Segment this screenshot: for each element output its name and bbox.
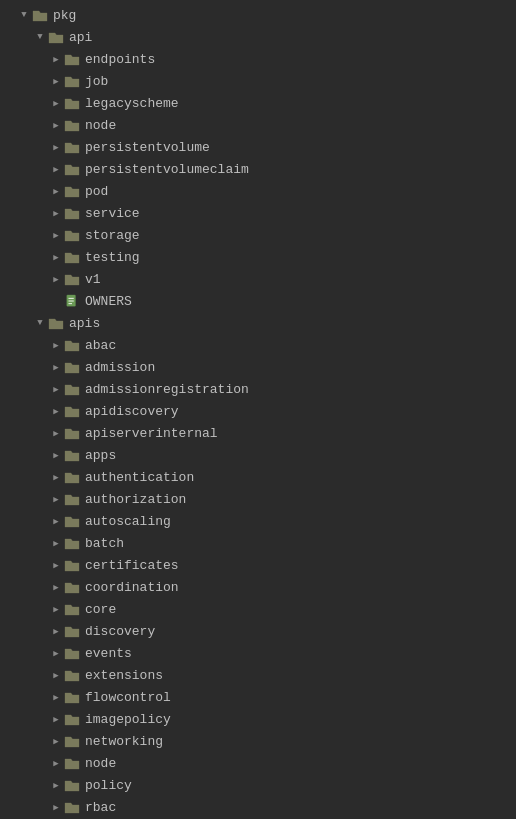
tree-item-job[interactable]: job xyxy=(0,70,516,92)
folder-icon-service xyxy=(64,206,80,220)
folder-icon-persistentvolume xyxy=(64,140,80,154)
label-policy: policy xyxy=(85,778,132,793)
tree-item-flowcontrol[interactable]: flowcontrol xyxy=(0,686,516,708)
arrow-admissionregistration xyxy=(48,384,64,395)
arrow-extensions xyxy=(48,670,64,681)
label-flowcontrol: flowcontrol xyxy=(85,690,171,705)
tree-item-persistentvolume[interactable]: persistentvolume xyxy=(0,136,516,158)
tree-item-node-apis[interactable]: node xyxy=(0,752,516,774)
tree-item-pkg[interactable]: pkg xyxy=(0,4,516,26)
folder-icon-autoscaling xyxy=(64,514,80,528)
folder-icon-pkg xyxy=(32,8,48,22)
arrow-pod xyxy=(48,186,64,197)
folder-icon-apiserverinternal xyxy=(64,426,80,440)
arrow-apiserverinternal xyxy=(48,428,64,439)
tree-item-apiserverinternal[interactable]: apiserverinternal xyxy=(0,422,516,444)
folder-icon-api xyxy=(48,30,64,44)
arrow-testing xyxy=(48,252,64,263)
tree-item-testing[interactable]: testing xyxy=(0,246,516,268)
tree-item-pod[interactable]: pod xyxy=(0,180,516,202)
arrow-events xyxy=(48,648,64,659)
tree-item-endpoints[interactable]: endpoints xyxy=(0,48,516,70)
label-apps: apps xyxy=(85,448,116,463)
label-endpoints: endpoints xyxy=(85,52,155,67)
folder-icon-node xyxy=(64,118,80,132)
label-discovery: discovery xyxy=(85,624,155,639)
tree-item-apps[interactable]: apps xyxy=(0,444,516,466)
tree-item-api[interactable]: api xyxy=(0,26,516,48)
label-rbac: rbac xyxy=(85,800,116,815)
arrow-apidiscovery xyxy=(48,406,64,417)
tree-item-apis[interactable]: apis xyxy=(0,312,516,334)
tree-item-owners-api[interactable]: OWNERS xyxy=(0,290,516,312)
tree-item-discovery[interactable]: discovery xyxy=(0,620,516,642)
label-authorization: authorization xyxy=(85,492,186,507)
arrow-discovery xyxy=(48,626,64,637)
folder-icon-node-apis xyxy=(64,756,80,770)
arrow-flowcontrol xyxy=(48,692,64,703)
tree-item-apidiscovery[interactable]: apidiscovery xyxy=(0,400,516,422)
tree-item-autoscaling[interactable]: autoscaling xyxy=(0,510,516,532)
folder-icon-certificates xyxy=(64,558,80,572)
folder-icon-batch xyxy=(64,536,80,550)
folder-icon-imagepolicy xyxy=(64,712,80,726)
file-icon-owners-api xyxy=(64,294,80,308)
label-apis: apis xyxy=(69,316,100,331)
label-abac: abac xyxy=(85,338,116,353)
folder-icon-storage-api xyxy=(64,228,80,242)
tree-item-batch[interactable]: batch xyxy=(0,532,516,554)
label-service: service xyxy=(85,206,140,221)
arrow-v1 xyxy=(48,274,64,285)
tree-item-admissionregistration[interactable]: admissionregistration xyxy=(0,378,516,400)
tree-item-rbac[interactable]: rbac xyxy=(0,796,516,818)
arrow-autoscaling xyxy=(48,516,64,527)
label-v1: v1 xyxy=(85,272,101,287)
folder-icon-authentication xyxy=(64,470,80,484)
folder-icon-admissionregistration xyxy=(64,382,80,396)
tree-item-storage-api[interactable]: storage xyxy=(0,224,516,246)
tree-item-admission[interactable]: admission xyxy=(0,356,516,378)
folder-icon-job xyxy=(64,74,80,88)
tree-item-imagepolicy[interactable]: imagepolicy xyxy=(0,708,516,730)
tree-item-persistentvolumeclaim[interactable]: persistentvolumeclaim xyxy=(0,158,516,180)
tree-item-policy[interactable]: policy xyxy=(0,774,516,796)
folder-icon-core xyxy=(64,602,80,616)
arrow-networking xyxy=(48,736,64,747)
tree-item-events[interactable]: events xyxy=(0,642,516,664)
label-pod: pod xyxy=(85,184,108,199)
tree-item-networking[interactable]: networking xyxy=(0,730,516,752)
label-admission: admission xyxy=(85,360,155,375)
tree-item-certificates[interactable]: certificates xyxy=(0,554,516,576)
folder-icon-policy xyxy=(64,778,80,792)
tree-item-abac[interactable]: abac xyxy=(0,334,516,356)
arrow-node-apis xyxy=(48,758,64,769)
label-job: job xyxy=(85,74,108,89)
label-api: api xyxy=(69,30,92,45)
label-imagepolicy: imagepolicy xyxy=(85,712,171,727)
tree-item-authentication[interactable]: authentication xyxy=(0,466,516,488)
arrow-certificates xyxy=(48,560,64,571)
tree-item-coordination[interactable]: coordination xyxy=(0,576,516,598)
tree-item-authorization[interactable]: authorization xyxy=(0,488,516,510)
arrow-imagepolicy xyxy=(48,714,64,725)
tree-item-service[interactable]: service xyxy=(0,202,516,224)
label-certificates: certificates xyxy=(85,558,179,573)
tree-item-legacyscheme[interactable]: legacyscheme xyxy=(0,92,516,114)
label-pkg: pkg xyxy=(53,8,76,23)
tree-item-core[interactable]: core xyxy=(0,598,516,620)
label-testing: testing xyxy=(85,250,140,265)
label-storage-api: storage xyxy=(85,228,140,243)
tree-item-extensions[interactable]: extensions xyxy=(0,664,516,686)
arrow-job xyxy=(48,76,64,87)
tree-item-node[interactable]: node xyxy=(0,114,516,136)
label-persistentvolume: persistentvolume xyxy=(85,140,210,155)
folder-icon-events xyxy=(64,646,80,660)
folder-icon-rbac xyxy=(64,800,80,814)
arrow-rbac xyxy=(48,802,64,813)
tree-item-v1[interactable]: v1 xyxy=(0,268,516,290)
label-networking: networking xyxy=(85,734,163,749)
arrow-apps xyxy=(48,450,64,461)
folder-icon-authorization xyxy=(64,492,80,506)
folder-icon-extensions xyxy=(64,668,80,682)
folder-icon-networking xyxy=(64,734,80,748)
